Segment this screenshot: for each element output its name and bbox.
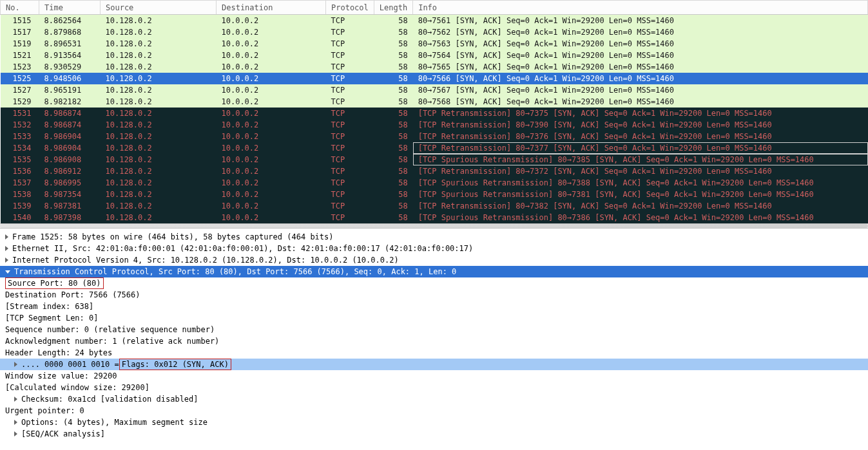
col-header-protocol[interactable]: Protocol [326, 1, 374, 15]
cell-info: [TCP Retransmission] 80→7376 [SYN, ACK] … [413, 131, 868, 142]
cell-no: 1527 [1, 84, 39, 96]
detail-seq-ack-analysis[interactable]: [SEQ/ACK analysis] [0, 428, 868, 440]
col-header-no[interactable]: No. [1, 1, 39, 15]
cell-proto: TCP [326, 26, 374, 38]
detail-ethernet[interactable]: Ethernet II, Src: 42:01:0a:f0:00:01 (42:… [0, 243, 868, 254]
cell-proto: TCP [326, 96, 374, 108]
packet-row[interactable]: 15158.86256410.128.0.210.0.0.2TCP5880→75… [1, 15, 868, 26]
col-header-info[interactable]: Info [413, 1, 868, 15]
detail-dstport-text: Destination Port: 7566 (7566) [5, 289, 140, 301]
packet-row[interactable]: 15378.98699510.128.0.210.0.0.2TCP58[TCP … [1, 177, 868, 189]
detail-calc-window[interactable]: [Calculated window size: 29200] [0, 382, 868, 393]
cell-src: 10.128.0.2 [101, 61, 217, 73]
detail-segment-len[interactable]: [TCP Segment Len: 0] [0, 312, 868, 324]
packet-row[interactable]: 15298.98218210.128.0.210.0.0.2TCP5880→75… [1, 96, 868, 108]
cell-dst: 10.0.0.2 [217, 84, 326, 96]
packet-row[interactable]: 15318.98687410.128.0.210.0.0.2TCP58[TCP … [1, 108, 868, 119]
detail-checksum[interactable]: Checksum: 0xa1cd [validation disabled] [0, 393, 868, 405]
detail-seq[interactable]: Sequence number: 0 (relative sequence nu… [0, 324, 868, 335]
packet-row[interactable]: 15348.98690410.128.0.210.0.0.2TCP58[TCP … [1, 142, 868, 154]
cell-time: 8.986912 [39, 165, 101, 177]
cell-info: 80→7566 [SYN, ACK] Seq=0 Ack=1 Win=29200… [413, 73, 868, 84]
cell-src: 10.128.0.2 [101, 96, 217, 108]
cell-no: 1533 [1, 131, 39, 142]
cell-proto: TCP [326, 119, 374, 131]
cell-info: [TCP Spurious Retransmission] 80→7386 [S… [413, 212, 868, 223]
packet-row[interactable]: 15398.98738110.128.0.210.0.0.2TCP58[TCP … [1, 200, 868, 212]
cell-info: 80→7561 [SYN, ACK] Seq=0 Ack=1 Win=29200… [413, 15, 868, 26]
detail-urgent-pointer[interactable]: Urgent pointer: 0 [0, 405, 868, 417]
cell-proto: TCP [326, 200, 374, 212]
col-header-destination[interactable]: Destination [217, 1, 326, 15]
cell-dst: 10.0.0.2 [217, 26, 326, 38]
cell-dst: 10.0.0.2 [217, 50, 326, 61]
chevron-right-icon [14, 431, 17, 436]
packet-list-table[interactable]: No. Time Source Destination Protocol Len… [0, 0, 868, 223]
cell-info: [TCP Retransmission] 80→7377 [SYN, ACK] … [413, 142, 868, 154]
cell-src: 10.128.0.2 [101, 73, 217, 84]
cell-dst: 10.0.0.2 [217, 15, 326, 26]
packet-row[interactable]: 15238.93052910.128.0.210.0.0.2TCP5880→75… [1, 61, 868, 73]
cell-no: 1537 [1, 177, 39, 189]
detail-options[interactable]: Options: (4 bytes), Maximum segment size [0, 417, 868, 428]
detail-tcp[interactable]: Transmission Control Protocol, Src Port:… [0, 266, 868, 277]
cell-len: 58 [374, 15, 412, 26]
cell-info: 80→7567 [SYN, ACK] Seq=0 Ack=1 Win=29200… [413, 84, 868, 96]
packet-row[interactable]: 15368.98691210.128.0.210.0.0.2TCP58[TCP … [1, 165, 868, 177]
cell-info: 80→7565 [SYN, ACK] Seq=0 Ack=1 Win=29200… [413, 61, 868, 73]
packet-row[interactable]: 15338.98690410.128.0.210.0.0.2TCP58[TCP … [1, 131, 868, 142]
highlight-box-srcport: Source Port: 80 (80) [5, 277, 104, 289]
detail-frame-text: Frame 1525: 58 bytes on wire (464 bits),… [12, 231, 334, 243]
detail-ip[interactable]: Internet Protocol Version 4, Src: 10.128… [0, 254, 868, 266]
cell-len: 58 [374, 142, 412, 154]
detail-frame[interactable]: Frame 1525: 58 bytes on wire (464 bits),… [0, 231, 868, 243]
detail-urg-text: Urgent pointer: 0 [5, 405, 84, 417]
cell-proto: TCP [326, 50, 374, 61]
cell-dst: 10.0.0.2 [217, 200, 326, 212]
cell-no: 1532 [1, 119, 39, 131]
cell-time: 8.930529 [39, 61, 101, 73]
packet-row[interactable]: 15408.98739810.128.0.210.0.0.2TCP58[TCP … [1, 212, 868, 223]
detail-stream-text: [Stream index: 638] [5, 301, 93, 312]
detail-src-port[interactable]: Source Port: 80 (80) [0, 277, 868, 289]
column-headers[interactable]: No. Time Source Destination Protocol Len… [1, 1, 868, 15]
cell-proto: TCP [326, 108, 374, 119]
cell-src: 10.128.0.2 [101, 200, 217, 212]
detail-ack[interactable]: Acknowledgment number: 1 (relative ack n… [0, 335, 868, 347]
packet-row[interactable]: 15198.89653110.128.0.210.0.0.2TCP5880→75… [1, 38, 868, 50]
scrollbar-thumb[interactable] [0, 224, 868, 228]
cell-dst: 10.0.0.2 [217, 165, 326, 177]
col-header-time[interactable]: Time [39, 1, 101, 15]
detail-flags[interactable]: .... 0000 0001 0010 = Flags: 0x012 (SYN,… [0, 359, 868, 370]
cell-proto: TCP [326, 61, 374, 73]
cell-no: 1538 [1, 189, 39, 200]
detail-opts-text: Options: (4 bytes), Maximum segment size [21, 417, 207, 428]
cell-len: 58 [374, 108, 412, 119]
cell-time: 8.987381 [39, 200, 101, 212]
detail-flags-prefix: .... 0000 0001 0010 = [21, 359, 119, 370]
detail-dst-port[interactable]: Destination Port: 7566 (7566) [0, 289, 868, 301]
detail-stream-index[interactable]: [Stream index: 638] [0, 301, 868, 312]
cell-no: 1534 [1, 142, 39, 154]
packet-row[interactable]: 15258.94850610.128.0.210.0.0.2TCP5880→75… [1, 73, 868, 84]
packet-row[interactable]: 15388.98735410.128.0.210.0.0.2TCP58[TCP … [1, 189, 868, 200]
cell-dst: 10.0.0.2 [217, 96, 326, 108]
cell-no: 1531 [1, 108, 39, 119]
packet-row[interactable]: 15328.98687410.128.0.210.0.0.2TCP58[TCP … [1, 119, 868, 131]
pane-divider[interactable] [0, 223, 868, 229]
col-header-length[interactable]: Length [374, 1, 412, 15]
packet-row[interactable]: 15218.91356410.128.0.210.0.0.2TCP5880→75… [1, 50, 868, 61]
packet-row[interactable]: 15278.96519110.128.0.210.0.0.2TCP5880→75… [1, 84, 868, 96]
col-header-source[interactable]: Source [101, 1, 217, 15]
packet-row[interactable]: 15178.87986810.128.0.210.0.0.2TCP5880→75… [1, 26, 868, 38]
cell-proto: TCP [326, 212, 374, 223]
packet-row[interactable]: 15358.98690810.128.0.210.0.0.2TCP58[TCP … [1, 154, 868, 165]
chevron-right-icon [14, 397, 17, 402]
cell-src: 10.128.0.2 [101, 212, 217, 223]
cell-info: 80→7564 [SYN, ACK] Seq=0 Ack=1 Win=29200… [413, 50, 868, 61]
cell-no: 1521 [1, 50, 39, 61]
detail-window-size[interactable]: Window size value: 29200 [0, 370, 868, 382]
cell-src: 10.128.0.2 [101, 50, 217, 61]
packet-details-tree[interactable]: Frame 1525: 58 bytes on wire (464 bits),… [0, 229, 868, 442]
detail-header-length[interactable]: Header Length: 24 bytes [0, 347, 868, 359]
